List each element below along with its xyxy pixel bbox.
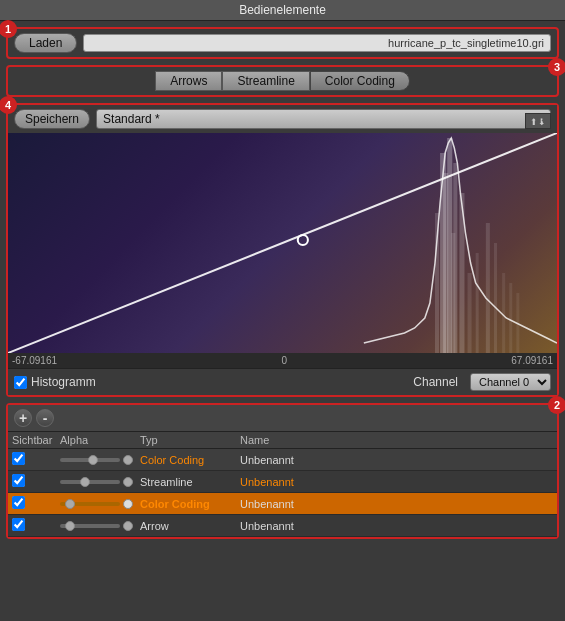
- histogramm-checkbox-label[interactable]: Histogramm: [14, 375, 96, 389]
- tab-color-coding[interactable]: Color Coding: [310, 71, 410, 91]
- preset-display: Standard *: [96, 109, 551, 129]
- list-item[interactable]: Streamline Unbenannt: [8, 471, 557, 493]
- svg-rect-9: [509, 283, 512, 353]
- col-header-name: Name: [240, 434, 553, 446]
- tab-streamline[interactable]: Streamline: [222, 71, 309, 91]
- alpha-slider-1[interactable]: [60, 480, 120, 484]
- section-layers: 2 + - Sichtbar Alpha Typ Name Color Codi…: [6, 403, 559, 539]
- alpha-thumb-1[interactable]: [80, 477, 90, 487]
- badge-3: 3: [548, 58, 565, 76]
- graph-svg: [8, 133, 557, 353]
- type-label-1: Streamline: [140, 476, 240, 488]
- type-label-3: Arrow: [140, 520, 240, 532]
- svg-line-14: [8, 133, 557, 353]
- graph-label-right: 67.09161: [511, 355, 553, 366]
- preset-arrows[interactable]: ⬆⬇: [525, 113, 551, 129]
- title-label: Bedienelemente: [239, 3, 326, 17]
- tab-arrows[interactable]: Arrows: [155, 71, 222, 91]
- col-header-typ: Typ: [140, 434, 240, 446]
- histogramm-checkbox[interactable]: [14, 376, 27, 389]
- visible-checkbox-cell[interactable]: [12, 452, 60, 467]
- laden-button[interactable]: Laden: [14, 33, 77, 53]
- svg-rect-11: [440, 153, 446, 353]
- svg-rect-5: [476, 253, 479, 353]
- svg-rect-6: [486, 223, 490, 353]
- graph-footer: Histogramm Channel Channel 0: [8, 368, 557, 395]
- visible-checkbox-cell[interactable]: [12, 496, 60, 511]
- speichern-button[interactable]: Speichern: [14, 109, 90, 129]
- graph-label-center: 0: [281, 355, 287, 366]
- svg-rect-7: [494, 243, 497, 353]
- add-layer-button[interactable]: +: [14, 409, 32, 427]
- preset-wrapper: Standard * ⬆⬇: [96, 109, 551, 129]
- graph-toolbar: Speichern Standard * ⬆⬇: [8, 105, 557, 133]
- alpha-slider-cell-0: [60, 455, 140, 465]
- alpha-dot-0: [123, 455, 133, 465]
- graph-label-left: -67.09161: [12, 355, 57, 366]
- svg-rect-8: [502, 273, 505, 353]
- svg-rect-12: [447, 138, 452, 353]
- name-label-1: Unbenannt: [240, 476, 553, 488]
- list-toolbar: + -: [8, 405, 557, 432]
- badge-1: 1: [0, 20, 17, 38]
- channel-label: Channel: [413, 375, 458, 389]
- graph-canvas[interactable]: [8, 133, 557, 353]
- section-tabs: 3 Arrows Streamline Color Coding: [6, 65, 559, 97]
- list-item[interactable]: Color Coding Unbenannt: [8, 449, 557, 471]
- alpha-slider-cell-3: [60, 521, 140, 531]
- section-graph: 4 Speichern Standard * ⬆⬇: [6, 103, 559, 397]
- histogramm-label: Histogramm: [31, 375, 96, 389]
- name-label-0: Unbenannt: [240, 454, 553, 466]
- visible-checkbox-cell[interactable]: [12, 518, 60, 533]
- visible-checkbox-1[interactable]: [12, 474, 25, 487]
- list-header: Sichtbar Alpha Typ Name: [8, 432, 557, 449]
- alpha-slider-0[interactable]: [60, 458, 120, 462]
- badge-2: 2: [548, 396, 565, 414]
- alpha-slider-cell-1: [60, 477, 140, 487]
- visible-checkbox-cell[interactable]: [12, 474, 60, 489]
- alpha-slider-3[interactable]: [60, 524, 120, 528]
- col-header-sichtbar: Sichtbar: [12, 434, 60, 446]
- visible-checkbox-2[interactable]: [12, 496, 25, 509]
- svg-rect-13: [453, 163, 457, 353]
- alpha-thumb-2[interactable]: [65, 499, 75, 509]
- alpha-slider-cell-2: [60, 499, 140, 509]
- type-label-2: Color Coding: [140, 498, 240, 510]
- filename-display: hurricane_p_tc_singletime10.gri: [83, 34, 551, 52]
- title-bar: Bedienelemente: [0, 0, 565, 21]
- alpha-dot-3: [123, 521, 133, 531]
- alpha-thumb-3[interactable]: [65, 521, 75, 531]
- visible-checkbox-0[interactable]: [12, 452, 25, 465]
- type-label-0: Color Coding: [140, 454, 240, 466]
- name-label-2: Unbenannt: [240, 498, 553, 510]
- graph-labels: -67.09161 0 67.09161: [8, 353, 557, 368]
- alpha-slider-2[interactable]: [60, 502, 120, 506]
- remove-layer-button[interactable]: -: [36, 409, 54, 427]
- list-item[interactable]: Color Coding Unbenannt: [8, 493, 557, 515]
- alpha-dot-1: [123, 477, 133, 487]
- visible-checkbox-3[interactable]: [12, 518, 25, 531]
- list-item[interactable]: Arrow Unbenannt: [8, 515, 557, 537]
- section-laden: 1 Laden hurricane_p_tc_singletime10.gri: [6, 27, 559, 59]
- name-label-3: Unbenannt: [240, 520, 553, 532]
- alpha-thumb-0[interactable]: [88, 455, 98, 465]
- channel-select[interactable]: Channel 0: [470, 373, 551, 391]
- col-header-alpha: Alpha: [60, 434, 140, 446]
- svg-rect-4: [468, 273, 472, 353]
- alpha-dot-2: [123, 499, 133, 509]
- svg-point-15: [298, 235, 308, 245]
